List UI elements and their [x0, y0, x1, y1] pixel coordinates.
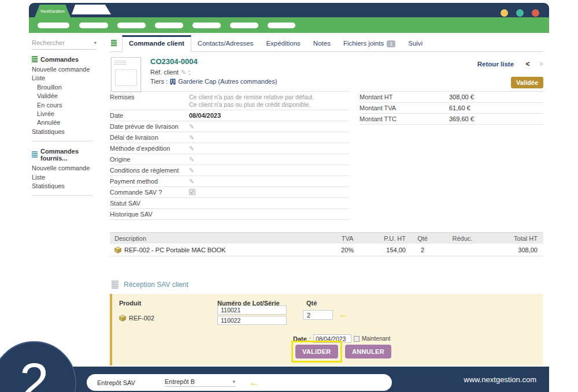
tab-fichiers-joints[interactable]: Fichiers joints1 — [337, 36, 402, 51]
caret-down-icon: ▾ — [94, 40, 97, 46]
document-thumbnail[interactable] — [111, 57, 141, 92]
field-row-remises: Remises Ce client n'a pas de remise rela… — [110, 92, 350, 110]
total-row-ttc: Montant TTC 369,60 € — [360, 114, 543, 125]
total-row-ht: Montant HT 308,00 € — [360, 92, 543, 103]
sidebar-item-fournisseur-nouvelle-commande[interactable]: Nouvelle commande — [32, 164, 97, 173]
montant-ht-value: 308,00 € — [449, 94, 474, 100]
tab-contacts-adresses[interactable]: Contacts/Adresses — [191, 36, 260, 51]
menu-pill[interactable] — [192, 23, 221, 28]
field-row-statut-sav: Statut SAV — [110, 198, 350, 209]
total-row-tva: Montant TVA 61,60 € — [360, 103, 543, 114]
menu-pill[interactable] — [38, 23, 69, 28]
warehouse-select[interactable]: Entrepôt B ▾ — [165, 378, 235, 387]
attachments-count-badge: 1 — [387, 40, 395, 47]
field-row-historique-sav: Historique SAV — [110, 209, 350, 220]
qty-input[interactable] — [303, 310, 333, 320]
company-building-icon — [170, 79, 176, 85]
sav-col-produit: Produit — [119, 300, 142, 307]
redacted-tab[interactable] — [72, 5, 111, 14]
sidebar-divider — [32, 195, 93, 196]
fields-table: Remises Ce client n'a pas de remise rela… — [110, 91, 350, 220]
caret-down-icon: ▾ — [232, 379, 235, 384]
maximize-dot[interactable] — [516, 9, 524, 17]
order-banner: CO2304-0004 Réf. client ✎ : Tiers : Gard… — [110, 52, 543, 90]
annotation-highlight-valider: VALIDER — [291, 341, 342, 363]
sidebar-item-statistiques[interactable]: Statistiques — [32, 128, 97, 136]
totals-table: Montant HT 308,00 € Montant TVA 61,60 € … — [360, 91, 543, 220]
field-row-methode-expedition: Méthode d'expédition ✎ — [110, 143, 350, 154]
pencil-edit-icon[interactable]: ✎ — [189, 156, 194, 163]
menu-pill[interactable] — [117, 23, 146, 28]
now-checkbox[interactable] — [354, 336, 360, 342]
menu-pill[interactable] — [230, 23, 258, 28]
line-description[interactable]: REF-002 - PC Portable MAC BOOK — [124, 247, 225, 253]
lines-header-row: Description TVA P.U. HT Qté Réduc. Total… — [110, 232, 543, 244]
previous-record-chevron[interactable]: < — [526, 60, 530, 68]
sav-section-title: Réception SAV client — [112, 281, 543, 289]
remise-note-2: Ce client n'a pas ou plus de crédit disp… — [189, 101, 310, 108]
now-label: Maintenant — [362, 335, 390, 342]
sav-checkbox[interactable]: ✓ — [189, 189, 195, 195]
tab-expeditions[interactable]: Expéditions — [260, 36, 306, 51]
site-url: www.nextgestion.com — [464, 375, 536, 384]
order-fields: Remises Ce client n'a pas de remise rela… — [110, 91, 543, 220]
brand-tab[interactable]: NextGestion — [35, 5, 71, 17]
search-select[interactable]: Rechercher ▾ — [32, 39, 97, 50]
sidebar-item-fournisseur-liste[interactable]: Liste — [32, 173, 97, 182]
sidebar-item-validee[interactable]: Validée — [32, 92, 97, 100]
menu-pill[interactable] — [79, 23, 108, 28]
pencil-edit-icon[interactable]: ✎ — [181, 68, 186, 77]
field-row-origine: Origine ✎ — [110, 154, 350, 165]
sidebar-item-livree[interactable]: Livrée — [32, 110, 97, 118]
pencil-edit-icon[interactable]: ✎ — [189, 178, 194, 185]
table-row: REF-002 - PC Portable MAC BOOK 20% 154,0… — [110, 244, 543, 256]
sav-reception-panel: Produit Numéro de Lot/Série Qté REF-002 … — [110, 294, 543, 365]
menu-pill[interactable] — [268, 23, 295, 28]
valider-button[interactable]: VALIDER — [295, 345, 338, 359]
annuler-button[interactable]: ANNULER — [345, 345, 391, 359]
sidebar-item-liste[interactable]: Liste — [32, 74, 97, 83]
sidebar-section-commandes-fournisseurs: Commandes fournis... — [32, 148, 97, 162]
banner-actions: Retour liste < > Validée — [477, 58, 543, 88]
field-row-date-prevue: Date prévue de livraison ✎ — [110, 121, 350, 132]
status-badge: Validée — [511, 77, 543, 88]
sav-product-ref: REF-002 — [119, 315, 154, 322]
sidebar-divider — [32, 141, 93, 141]
sidebar-item-en-cours[interactable]: En cours — [32, 101, 97, 110]
line-total-ht: 308,00 — [486, 247, 543, 253]
order-doc-icon — [111, 40, 117, 47]
step-number-badge: 2 — [0, 341, 76, 392]
product-cube-icon — [119, 315, 126, 322]
green-doc-icon — [32, 56, 38, 63]
brand-logo-text: NextGestion — [40, 9, 64, 14]
minimize-dot[interactable] — [501, 9, 508, 17]
main-content: Commande client Contacts/Adresses Expédi… — [110, 36, 543, 365]
pencil-edit-icon[interactable]: ✎ — [189, 167, 194, 174]
sav-col-qty: Qté — [306, 300, 317, 307]
sidebar-item-annulee[interactable]: Annulée — [32, 118, 97, 127]
sidebar-item-nouvelle-commande[interactable]: Nouvelle commande — [32, 65, 97, 74]
pencil-edit-icon[interactable]: ✎ — [189, 145, 194, 152]
remise-note-1: Ce client n'a pas de remise relative par… — [189, 94, 314, 100]
field-row-delai-livraison: Délai de livraison ✎ — [110, 132, 350, 143]
lot-number-input-1[interactable] — [217, 305, 287, 315]
next-record-chevron[interactable]: > — [539, 60, 543, 68]
tab-suivi[interactable]: Suivi — [402, 36, 429, 51]
product-cube-icon — [114, 247, 121, 253]
sidebar-item-brouillon[interactable]: Brouillon — [32, 83, 97, 92]
close-dot[interactable] — [532, 9, 539, 17]
menu-pill[interactable] — [155, 23, 183, 28]
sidebar: Rechercher ▾ Commandes Nouvelle commande… — [32, 39, 97, 200]
pencil-edit-icon[interactable]: ✎ — [189, 134, 194, 141]
tab-notes[interactable]: Notes — [307, 36, 337, 51]
line-pu-ht: 154,00 — [364, 247, 406, 253]
back-to-list-link[interactable]: Retour liste — [477, 61, 514, 68]
sidebar-item-fournisseur-statistiques[interactable]: Statistiques — [32, 182, 97, 191]
tiers-link[interactable]: Garderie Cap (Autres commandes) — [178, 77, 277, 87]
montant-tva-value: 61,60 € — [449, 104, 470, 111]
order-lines-table: Description TVA P.U. HT Qté Réduc. Total… — [110, 232, 543, 256]
line-tva: 20% — [331, 247, 364, 253]
lot-number-input-2[interactable] — [217, 316, 287, 325]
tab-commande-client[interactable]: Commande client — [122, 35, 191, 52]
pencil-edit-icon[interactable]: ✎ — [189, 123, 194, 130]
